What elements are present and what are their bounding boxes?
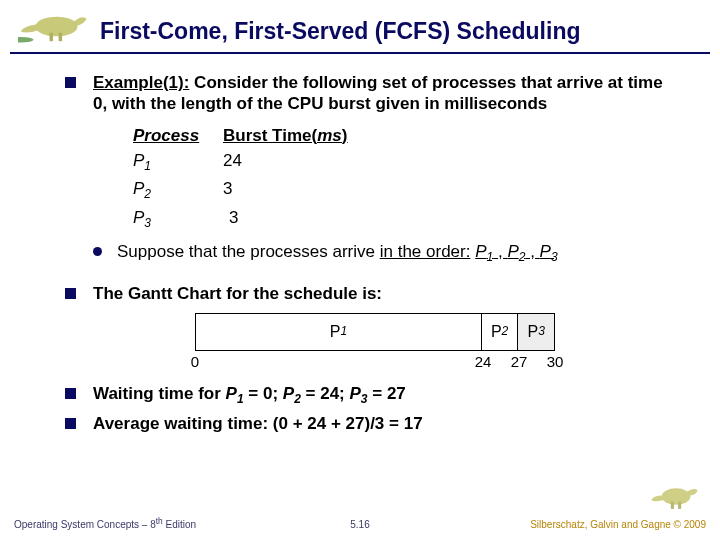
table-row: P124 — [133, 150, 680, 174]
svg-rect-1 — [50, 33, 54, 41]
example-label: Example(1): — [93, 73, 189, 92]
table-row: P33 — [133, 207, 680, 231]
slide-body: Example(1): Consider the following set o… — [65, 72, 680, 440]
gantt-bar: P1P2P3 — [195, 313, 555, 351]
gantt-tick: 27 — [511, 353, 528, 372]
bullet-icon — [65, 388, 76, 399]
bullet-icon — [65, 418, 76, 429]
bullet-dot-icon — [93, 247, 102, 256]
hdr-process: Process — [133, 125, 223, 146]
gantt-cell: P2 — [482, 314, 519, 350]
table-row: P23 — [133, 178, 680, 202]
gantt-chart: P1P2P3 0242730 — [195, 313, 680, 369]
gantt-tick: 30 — [547, 353, 564, 372]
gantt-intro-text: The Gantt Chart for the schedule is: — [93, 284, 382, 303]
gantt-timeline: 0242730 — [195, 351, 555, 369]
dinosaur-top-icon — [18, 2, 88, 44]
svg-point-4 — [662, 488, 691, 504]
title-rule — [10, 52, 710, 54]
bullet-example: Example(1): Consider the following set o… — [65, 72, 680, 115]
gantt-cell: P1 — [196, 314, 482, 350]
footer-right: Silberschatz, Galvin and Gagne © 2009 — [530, 519, 706, 530]
bullet-icon — [65, 288, 76, 299]
svg-rect-2 — [59, 33, 63, 41]
svg-rect-5 — [671, 502, 674, 509]
table-header: ProcessBurst Time(ms) — [133, 125, 680, 146]
footer-page-number: 5.16 — [350, 519, 369, 530]
bullet-waiting: Waiting time for P1 = 0; P2 = 24; P3 = 2… — [65, 383, 680, 407]
process-table: ProcessBurst Time(ms) P124 P23 P33 — [133, 125, 680, 231]
footer-left: Operating System Concepts – 8th Edition — [14, 516, 196, 530]
dinosaur-bottom-icon — [650, 476, 702, 512]
svg-rect-6 — [678, 502, 681, 509]
bullet-avg: Average waiting time: (0 + 24 + 27)/3 = … — [65, 413, 680, 434]
svg-point-3 — [18, 37, 33, 43]
gantt-tick: 0 — [191, 353, 199, 372]
bullet-icon — [65, 77, 76, 88]
svg-point-0 — [36, 17, 78, 37]
slide-title: First-Come, First-Served (FCFS) Scheduli… — [100, 18, 581, 45]
bullet-gantt-intro: The Gantt Chart for the schedule is: — [65, 283, 680, 304]
hdr-burst: Burst Time(ms) — [223, 126, 347, 145]
gantt-cell: P3 — [518, 314, 554, 350]
bullet-order: Suppose that the processes arrive in the… — [93, 241, 680, 265]
gantt-tick: 24 — [475, 353, 492, 372]
slide: First-Come, First-Served (FCFS) Scheduli… — [0, 0, 720, 540]
